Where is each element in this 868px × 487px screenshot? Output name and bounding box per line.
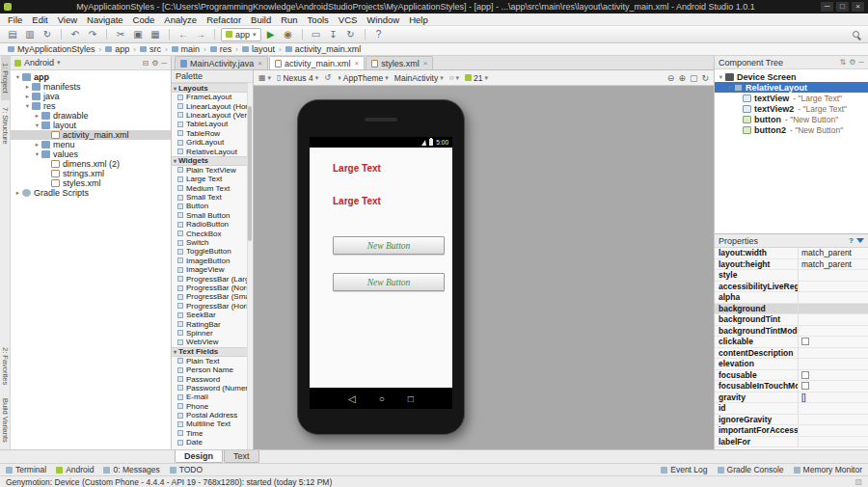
property-value[interactable] <box>798 370 868 381</box>
palette-item[interactable]: ImageButton <box>172 257 253 265</box>
palette-item[interactable]: LinearLayout (Vertical) <box>172 111 253 120</box>
tool-window-button[interactable]: Android <box>56 465 94 474</box>
device-preview-screen[interactable]: 5:00 Large TextLarge TextNew ButtonNew B… <box>310 137 452 409</box>
help-icon[interactable]: ? <box>371 27 387 41</box>
property-value[interactable] <box>798 359 868 369</box>
paste-icon[interactable]: ▦ <box>148 27 163 41</box>
property-value[interactable]: match_parent <box>798 259 868 270</box>
gradle-sync-icon[interactable]: ↻ <box>343 27 359 41</box>
collapse-all-icon[interactable]: ⊟ <box>142 59 149 68</box>
editor-tab[interactable]: MainActivity.java× <box>175 56 268 69</box>
menu-item[interactable]: Navigate <box>82 14 128 26</box>
project-tree-row[interactable]: ▾values <box>11 149 171 159</box>
palette-item[interactable]: Large Text <box>172 175 253 183</box>
checkbox[interactable] <box>801 382 809 390</box>
design-surface[interactable]: 5:00 Large TextLarge TextNew ButtonNew B… <box>254 86 714 449</box>
menu-item[interactable]: Refactor <box>202 14 246 26</box>
property-row[interactable]: style <box>715 270 868 282</box>
project-tree-row[interactable]: ▸drawable <box>11 111 171 121</box>
property-value[interactable] <box>798 415 868 425</box>
checkbox[interactable] <box>801 371 809 379</box>
hide-panel-icon[interactable]: ─ <box>161 59 167 68</box>
palette-item[interactable]: Postal Address <box>172 411 253 419</box>
sync-icon[interactable]: ↻ <box>40 27 55 41</box>
palette-item[interactable]: Password (Numeric) <box>172 384 253 392</box>
property-row[interactable]: contentDescription <box>715 348 868 360</box>
property-row[interactable]: ignoreGravity <box>715 415 868 426</box>
palette-item[interactable]: Time <box>172 429 253 438</box>
tree-arrow[interactable]: ▾ <box>14 73 22 81</box>
tree-arrow[interactable]: ▾ <box>717 73 725 81</box>
preview-text[interactable]: Large Text <box>333 196 381 206</box>
run-configuration-selector[interactable]: app▾ <box>221 28 261 41</box>
palette-item[interactable]: ProgressBar (Horizontal) <box>172 302 253 311</box>
menu-item[interactable]: View <box>53 14 82 26</box>
palette-item[interactable]: TableRow <box>172 129 253 138</box>
tree-arrow[interactable]: ▸ <box>23 83 32 91</box>
property-row[interactable]: focusableInTouchMode <box>715 381 868 392</box>
project-tree-row[interactable]: ▸java <box>11 92 171 101</box>
property-row[interactable]: backgroundTint <box>715 314 868 326</box>
project-tree-row[interactable]: ▾res <box>11 101 171 111</box>
tab-design[interactable]: Design <box>175 450 223 463</box>
activity-selector[interactable]: MainActivity ▾ <box>394 73 444 83</box>
component-tree-row[interactable]: button- "New Button" <box>715 114 868 124</box>
property-row[interactable]: backgroundTintMode <box>715 326 868 338</box>
avd-manager-icon[interactable]: ▭ <box>309 27 324 41</box>
sort-icon[interactable]: ⇅ <box>839 58 846 67</box>
back-icon[interactable]: ← <box>176 27 191 41</box>
palette-item[interactable]: GridLayout <box>172 138 253 147</box>
theme-selector[interactable]: ◑ AppTheme ▾ <box>337 73 389 83</box>
preview-button[interactable]: New Button <box>333 236 445 255</box>
property-value[interactable] <box>798 304 868 314</box>
resize-grip-icon[interactable]: ▨ <box>854 477 862 486</box>
breadcrumb-item[interactable]: app <box>103 44 131 54</box>
menu-item[interactable]: Code <box>128 14 160 26</box>
zoom-in-icon[interactable]: ⊕ <box>678 73 686 83</box>
locale-selector[interactable]: ○ ▾ <box>449 73 459 82</box>
refresh-preview-icon[interactable]: ↻ <box>701 73 709 83</box>
component-tree-row[interactable]: button2- "New Button" <box>715 124 868 135</box>
close-icon[interactable]: × <box>355 59 360 68</box>
palette-section-header[interactable]: ▾Text Fields <box>172 347 253 357</box>
project-tree-row[interactable]: ▸menu <box>11 140 171 149</box>
minimize-button[interactable]: ─ <box>821 2 833 12</box>
tool-window-button[interactable]: 2: Favorites <box>1 340 10 392</box>
property-value[interactable] <box>798 292 868 303</box>
tool-window-button[interactable]: TODO <box>170 465 203 474</box>
sdk-manager-icon[interactable]: ↧ <box>326 27 341 41</box>
tool-window-button[interactable]: 0: Messages <box>103 465 159 474</box>
palette-item[interactable]: WebView <box>172 338 253 346</box>
property-row[interactable]: gravity[] <box>715 392 868 404</box>
editor-tab[interactable]: styles.xml× <box>366 56 433 69</box>
palette-item[interactable]: ToggleButton <box>172 247 253 256</box>
component-tree-row[interactable]: textView- "Large Text" <box>715 93 868 103</box>
palette-item[interactable]: Person Name <box>172 365 253 374</box>
property-value[interactable] <box>798 425 868 436</box>
palette-item[interactable]: ProgressBar (Normal) <box>172 284 253 292</box>
tool-window-button[interactable]: Event Log <box>661 465 707 474</box>
breadcrumb-item[interactable]: layout <box>240 44 277 54</box>
menu-item[interactable]: Build <box>246 14 276 26</box>
component-tree-row[interactable]: textView2- "Large Text" <box>715 103 868 114</box>
palette-item[interactable]: FrameLayout <box>172 93 253 101</box>
project-tree-row[interactable]: strings.xml <box>11 169 171 178</box>
tool-window-button[interactable]: 7: Structure <box>1 100 10 151</box>
project-tree-row[interactable]: ▾app <box>11 72 171 82</box>
undo-icon[interactable]: ↶ <box>68 27 83 41</box>
preview-text[interactable]: Large Text <box>333 163 381 174</box>
palette-item[interactable]: Date <box>172 438 253 446</box>
palette-item[interactable]: Password <box>172 374 253 383</box>
zoom-out-icon[interactable]: ⊖ <box>667 73 675 83</box>
property-value[interactable] <box>798 326 868 337</box>
project-tree-row[interactable]: dimens.xml (2) <box>11 159 171 169</box>
palette-section-header[interactable]: ▾Widgets <box>172 156 253 166</box>
cut-icon[interactable]: ✂ <box>113 27 128 41</box>
maximize-button[interactable]: □ <box>836 2 849 12</box>
debug-icon[interactable]: ◉ <box>281 27 296 41</box>
scrollbar-thumb[interactable] <box>248 106 252 241</box>
property-row[interactable]: elevation <box>715 359 868 370</box>
breadcrumb-item[interactable]: res <box>208 44 234 54</box>
hide-panel-icon[interactable]: ─ <box>858 58 864 67</box>
menu-item[interactable]: Run <box>276 14 302 26</box>
